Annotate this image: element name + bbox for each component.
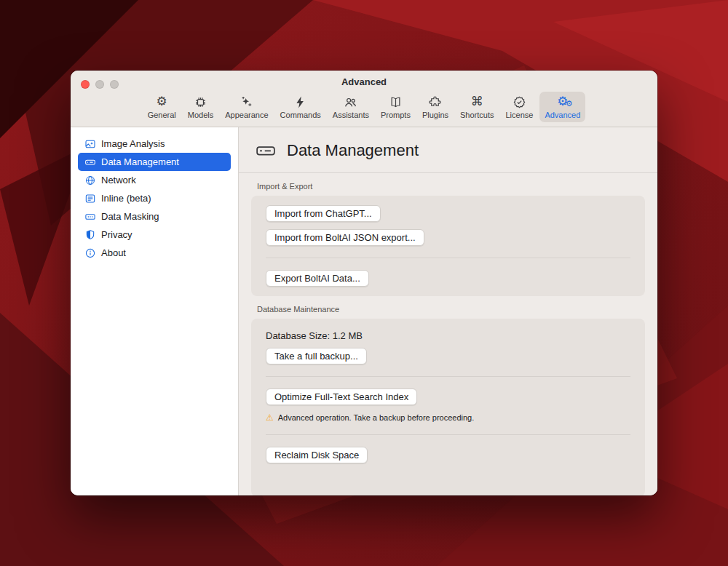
divider xyxy=(266,258,630,258)
page-title: Data Management xyxy=(287,141,419,160)
toolbar-tab-label: Plugins xyxy=(422,111,448,119)
database-size-label: Database Size: 1.2 MB xyxy=(266,328,630,341)
sidebar-item-data-management[interactable]: Data Management xyxy=(78,153,231,171)
toolbar-tab-assistants[interactable]: Assistants xyxy=(328,92,374,122)
preferences-toolbar: ⚙ General Models Appearance xyxy=(71,92,657,122)
section-heading-database-maintenance: Database Maintenance xyxy=(257,305,639,314)
toolbar-tab-shortcuts[interactable]: ⌘ Shortcuts xyxy=(455,92,499,122)
toolbar-tab-appearance[interactable]: Appearance xyxy=(220,92,273,122)
toolbar-tab-label: Commands xyxy=(280,111,321,119)
divider xyxy=(266,376,630,377)
traffic-lights xyxy=(81,80,119,89)
export-boltai-data-button[interactable]: Export BoltAI Data... xyxy=(266,270,369,287)
toolbar-tab-license[interactable]: License xyxy=(500,92,538,122)
sidebar-item-image-analysis[interactable]: Image Analysis xyxy=(78,135,231,153)
sidebar-item-label: Inline (beta) xyxy=(101,193,151,204)
import-boltai-json-button[interactable]: Import from BoltAI JSON export... xyxy=(266,229,424,246)
reclaim-disk-space-button[interactable]: Reclaim Disk Space xyxy=(266,447,368,463)
sidebar-item-label: Image Analysis xyxy=(101,138,165,149)
toolbar-tab-label: Appearance xyxy=(225,111,268,119)
minimize-button[interactable] xyxy=(95,80,104,89)
import-export-group: Import from ChatGPT... Import from BoltA… xyxy=(251,196,645,296)
seal-check-icon xyxy=(513,95,526,109)
divider xyxy=(266,434,630,435)
toolbar-tab-advanced[interactable]: ⚙⚙ Advanced xyxy=(539,92,585,122)
sidebar-item-privacy[interactable]: Privacy xyxy=(78,226,231,244)
toolbar-tab-plugins[interactable]: Plugins xyxy=(417,92,454,122)
external-drive-icon xyxy=(255,140,277,162)
zoom-button[interactable] xyxy=(110,80,119,89)
sparkles-icon xyxy=(240,95,253,109)
toolbar-tab-label: License xyxy=(505,111,533,119)
shield-icon xyxy=(84,228,96,241)
section-heading-import-export: Import & Export xyxy=(257,182,639,191)
toolbar-tab-label: Prompts xyxy=(381,111,411,119)
settings-sidebar: Image Analysis Data Management Network xyxy=(71,127,239,495)
sidebar-item-data-masking[interactable]: Data Masking xyxy=(78,207,231,226)
sidebar-item-about[interactable]: About xyxy=(78,244,231,262)
bolt-icon xyxy=(293,95,307,109)
toolbar-tab-label: Advanced xyxy=(545,111,580,119)
sidebar-item-inline-beta[interactable]: Inline (beta) xyxy=(78,189,231,207)
sidebar-item-network[interactable]: Network xyxy=(78,171,231,189)
toolbar-tab-general[interactable]: ⚙ General xyxy=(143,92,181,122)
sidebar-item-label: Network xyxy=(101,175,136,186)
globe-icon xyxy=(84,174,96,186)
sections: Import & Export Import from ChatGPT... I… xyxy=(239,173,657,495)
desktop: Advanced ⚙ General Models Appearan xyxy=(0,0,728,566)
settings-window: Advanced ⚙ General Models Appearan xyxy=(71,71,657,495)
chip-icon xyxy=(194,95,207,109)
advanced-operation-warning: ⚠ Advanced operation. Take a backup befo… xyxy=(266,412,630,423)
people-icon xyxy=(344,95,357,109)
puzzle-icon xyxy=(428,95,442,109)
masking-dots-icon xyxy=(84,210,96,223)
window-title: Advanced xyxy=(71,76,657,87)
gear-icon: ⚙ xyxy=(157,95,167,109)
content-header: Data Management xyxy=(239,127,657,173)
sidebar-item-label: About xyxy=(101,247,126,258)
take-full-backup-button[interactable]: Take a full backup... xyxy=(266,348,367,364)
photo-sparkle-icon xyxy=(84,137,96,150)
inline-text-icon xyxy=(84,192,96,204)
toolbar-tab-label: Models xyxy=(188,111,213,119)
warning-icon: ⚠ xyxy=(266,412,274,423)
titlebar: Advanced ⚙ General Models Appearan xyxy=(71,71,657,127)
optimize-fts-index-button[interactable]: Optimize Full-Text Search Index xyxy=(266,388,417,405)
database-maintenance-group: Database Size: 1.2 MB Take a full backup… xyxy=(251,319,645,495)
info-icon xyxy=(84,247,96,259)
sidebar-item-label: Data Management xyxy=(101,156,179,167)
close-button[interactable] xyxy=(81,80,90,89)
command-icon: ⌘ xyxy=(471,95,483,109)
toolbar-tab-commands[interactable]: Commands xyxy=(275,92,326,122)
warning-text: Advanced operation. Take a backup before… xyxy=(278,413,475,422)
sidebar-item-label: Data Masking xyxy=(101,211,159,222)
toolbar-tab-label: Shortcuts xyxy=(460,111,494,119)
import-chatgpt-button[interactable]: Import from ChatGPT... xyxy=(266,205,381,222)
gears-icon: ⚙⚙ xyxy=(557,95,568,109)
external-drive-icon xyxy=(84,156,96,168)
toolbar-tab-label: General xyxy=(148,111,176,119)
toolbar-tab-prompts[interactable]: Prompts xyxy=(376,92,416,122)
sidebar-item-label: Privacy xyxy=(101,229,132,240)
book-icon xyxy=(389,95,403,109)
data-management-pane: Data Management Import & Export Import f… xyxy=(239,127,657,495)
toolbar-tab-label: Assistants xyxy=(333,111,369,119)
toolbar-tab-models[interactable]: Models xyxy=(183,92,218,122)
